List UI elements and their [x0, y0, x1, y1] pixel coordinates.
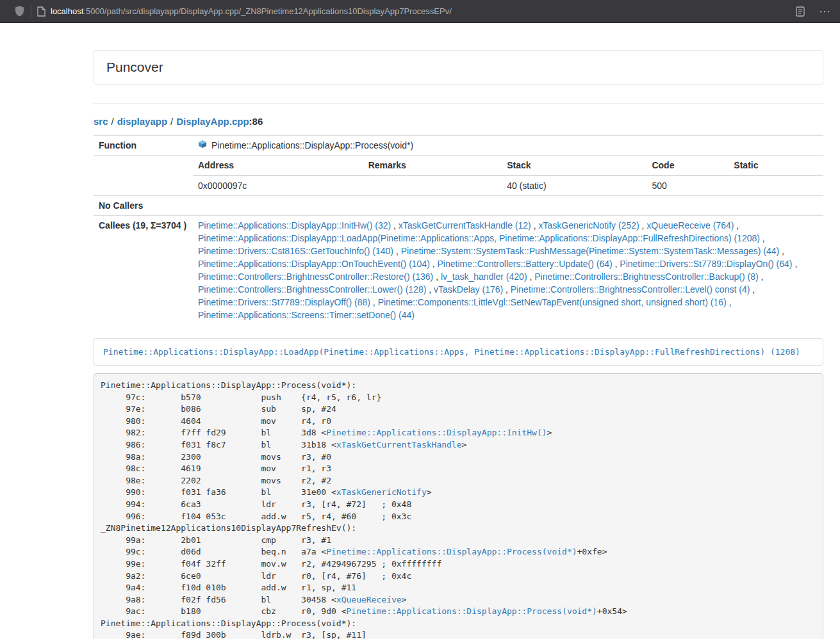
- page-title-box: Puncover: [94, 50, 823, 85]
- callees-row: Callees (19, Σ=3704 ) Pinetime::Applicat…: [94, 216, 823, 325]
- callee-separator: ,: [750, 284, 755, 295]
- function-detail-table: Function Pinetime::Applications::Display…: [94, 135, 823, 325]
- callee-separator: ,: [430, 259, 438, 269]
- column-address: Address: [193, 156, 363, 175]
- callee-separator: ,: [760, 233, 765, 243]
- callee-link[interactable]: Pinetime::Drivers::St7789::DisplayOff() …: [198, 297, 370, 307]
- stack-value: 40 (static): [502, 175, 646, 195]
- menu-icon[interactable]: ⋯: [819, 6, 831, 17]
- code-symbol-link[interactable]: xQueueReceive: [336, 595, 402, 604]
- breadcrumb-link-src[interactable]: src: [94, 116, 108, 127]
- callee-separator: ,: [503, 284, 511, 295]
- callee-link[interactable]: lv_task_handler (420): [441, 271, 527, 282]
- divider: [94, 103, 823, 104]
- callee-separator: ,: [759, 271, 764, 282]
- callee-link[interactable]: Pinetime::Controllers::BrightnessControl…: [534, 271, 758, 282]
- callee-separator: ,: [779, 246, 784, 256]
- empty-row-header: [94, 156, 193, 196]
- callee-separator: ,: [531, 220, 539, 231]
- callee-link[interactable]: Pinetime::Drivers::St7789::DisplayOn() (…: [620, 259, 792, 269]
- column-remarks: Remarks: [363, 156, 502, 175]
- selected-callee-link[interactable]: Pinetime::Applications::DisplayApp::Load…: [103, 347, 800, 357]
- shield-icon[interactable]: [14, 5, 25, 17]
- column-static: Static: [729, 156, 823, 175]
- callee-link[interactable]: Pinetime::Applications::DisplayApp::Load…: [198, 233, 760, 243]
- breadcrumb: src/displayapp/DisplayApp.cpp:86: [94, 115, 823, 128]
- callee-separator: ,: [527, 271, 535, 282]
- url-path: :5000/path/src/displayapp/DisplayApp.cpp…: [83, 6, 452, 16]
- callee-link[interactable]: Pinetime::Components::LittleVgl::SetNewT…: [378, 297, 727, 307]
- address-bar[interactable]: localhost:5000/path/src/displayapp/Displ…: [51, 6, 796, 16]
- breadcrumb-separator: /: [111, 116, 114, 127]
- column-stack: Stack: [502, 156, 646, 175]
- breadcrumb-separator: /: [170, 116, 173, 127]
- callee-link[interactable]: Pinetime::Controllers::BrightnessControl…: [511, 284, 750, 295]
- function-stats-row: Address Remarks Stack Code Static 0x0000…: [94, 156, 823, 196]
- remarks-value: [363, 175, 502, 195]
- breadcrumb-link-file[interactable]: DisplayApp.cpp: [176, 116, 249, 127]
- callee-separator: ,: [734, 220, 739, 231]
- callee-separator: ,: [613, 259, 620, 269]
- callee-link[interactable]: Pinetime::Applications::DisplayApp::OnTo…: [198, 259, 430, 269]
- callee-link[interactable]: xQueueReceive (764): [646, 220, 734, 231]
- page-info-icon[interactable]: [37, 6, 45, 17]
- address-value: 0x0000097c: [193, 175, 363, 195]
- callee-separator: ,: [433, 271, 441, 282]
- assembly-code: Pinetime::Applications::DisplayApp::Proc…: [94, 373, 823, 639]
- callee-link[interactable]: xTaskGenericNotify (252): [538, 220, 639, 231]
- callee-separator: ,: [393, 246, 401, 256]
- code-symbol-link[interactable]: Pinetime::Applications::DisplayApp::Init…: [326, 428, 547, 437]
- callee-link[interactable]: Pinetime::Drivers::Cst816S::GetTouchInfo…: [198, 246, 393, 256]
- callee-link[interactable]: xTaskGetCurrentTaskHandle (12): [399, 220, 531, 231]
- breadcrumb-line-number: :86: [249, 116, 263, 127]
- static-value: [729, 175, 823, 195]
- function-icon: [198, 139, 207, 152]
- callee-link[interactable]: Pinetime::Applications::DisplayApp::Init…: [198, 220, 391, 231]
- code-value: 500: [646, 175, 729, 195]
- chrome-actions: ⋯: [796, 6, 831, 17]
- callees-cell: Pinetime::Applications::DisplayApp::Init…: [193, 216, 823, 325]
- callee-link[interactable]: Pinetime::Applications::Screens::Timer::…: [198, 310, 415, 320]
- main-content: Puncover src/displayapp/DisplayApp.cpp:8…: [94, 23, 823, 639]
- function-name: Pinetime::Applications::DisplayApp::Proc…: [211, 139, 413, 152]
- column-code: Code: [646, 156, 729, 175]
- selected-callee-box: Pinetime::Applications::DisplayApp::Load…: [94, 338, 823, 366]
- page-title: Puncover: [106, 59, 811, 76]
- callee-separator: ,: [639, 220, 647, 231]
- reader-view-icon[interactable]: [796, 6, 805, 17]
- stats-table: Address Remarks Stack Code Static 0x0000…: [193, 156, 823, 195]
- code-symbol-link[interactable]: Pinetime::Applications::DisplayApp::Proc…: [326, 547, 577, 556]
- callee-link[interactable]: Pinetime::Controllers::BrightnessControl…: [198, 284, 426, 295]
- callee-separator: ,: [426, 284, 434, 295]
- function-row: Function Pinetime::Applications::Display…: [94, 136, 823, 156]
- callee-link[interactable]: Pinetime::Controllers::BrightnessControl…: [198, 271, 433, 282]
- callee-separator: ,: [793, 259, 798, 269]
- callee-link[interactable]: Pinetime::Controllers::Battery::Update()…: [438, 259, 613, 269]
- callee-separator: ,: [391, 220, 399, 231]
- url-host: localhost: [51, 6, 83, 16]
- callee-separator: ,: [370, 297, 378, 307]
- no-callers-row: No Callers: [94, 196, 823, 216]
- stats-value-row: 0x0000097c 40 (static) 500: [193, 175, 823, 195]
- callee-separator: ,: [727, 297, 732, 307]
- callee-link[interactable]: Pinetime::System::SystemTask::PushMessag…: [401, 246, 780, 256]
- callee-link[interactable]: vTaskDelay (176): [434, 284, 503, 295]
- callees-label: Callees (19, Σ=3704 ): [94, 216, 193, 325]
- code-symbol-link[interactable]: Pinetime::Applications::DisplayApp::Proc…: [347, 606, 597, 616]
- no-callers-label: No Callers: [94, 196, 193, 216]
- chrome-divider: [31, 5, 31, 18]
- breadcrumb-link-displayapp[interactable]: displayapp: [117, 116, 167, 127]
- browser-chrome: localhost:5000/path/src/displayapp/Displ…: [0, 0, 840, 23]
- stats-header-row: Address Remarks Stack Code Static: [193, 156, 823, 175]
- code-symbol-link[interactable]: xTaskGetCurrentTaskHandle: [336, 440, 462, 449]
- code-symbol-link[interactable]: xTaskGenericNotify: [336, 487, 427, 497]
- function-label: Function: [94, 136, 193, 156]
